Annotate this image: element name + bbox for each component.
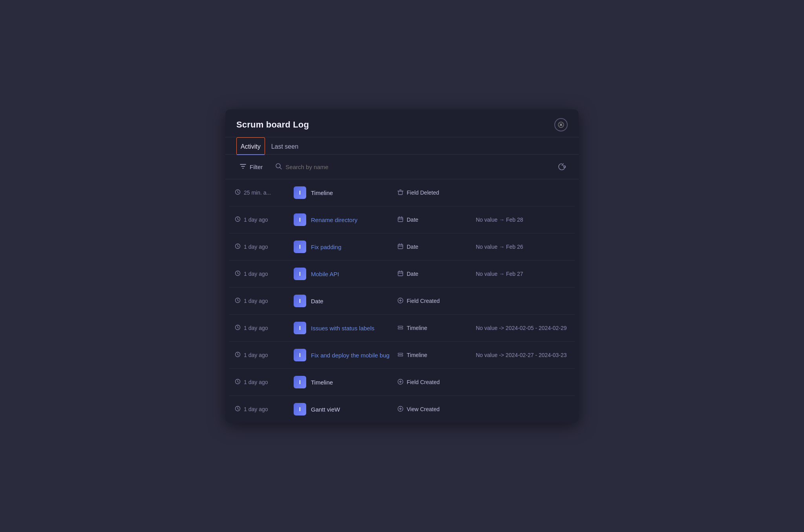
action-col: Field Deleted bbox=[397, 189, 476, 197]
plus-circle-icon bbox=[397, 379, 404, 386]
clock-icon bbox=[235, 270, 241, 277]
action-col: Date bbox=[397, 243, 476, 251]
tab-last-seen[interactable]: Last seen bbox=[267, 137, 302, 154]
item-name: Gantt vieW bbox=[311, 406, 397, 413]
avatar: I bbox=[294, 186, 306, 199]
time-label: 1 day ago bbox=[244, 298, 268, 304]
svg-rect-9 bbox=[398, 217, 403, 222]
svg-rect-17 bbox=[398, 326, 403, 327]
svg-rect-20 bbox=[398, 353, 403, 354]
action-label: Date bbox=[407, 217, 418, 223]
item-name: Timeline bbox=[311, 189, 397, 196]
clock-icon bbox=[235, 352, 241, 359]
action-label: Date bbox=[407, 271, 418, 277]
action-label: Field Created bbox=[407, 298, 440, 304]
scrum-board-log-modal: Scrum board Log Activity Last seen Filte… bbox=[225, 109, 579, 423]
avatar: I bbox=[294, 403, 306, 415]
time-col: 1 day ago bbox=[235, 297, 294, 304]
action-col: Field Created bbox=[397, 297, 476, 305]
time-label: 1 day ago bbox=[244, 325, 268, 331]
search-box[interactable] bbox=[275, 163, 546, 171]
clock-icon bbox=[235, 379, 241, 386]
time-label: 1 day ago bbox=[244, 271, 268, 277]
time-col: 1 day ago bbox=[235, 406, 294, 413]
time-label: 1 day ago bbox=[244, 406, 268, 412]
avatar: I bbox=[294, 322, 306, 334]
avatar: I bbox=[294, 376, 306, 388]
close-button[interactable] bbox=[554, 118, 568, 131]
clock-icon bbox=[235, 243, 241, 250]
time-label: 1 day ago bbox=[244, 244, 268, 250]
calendar-icon bbox=[397, 270, 404, 278]
calendar-icon bbox=[397, 216, 404, 224]
filter-label: Filter bbox=[250, 164, 263, 170]
svg-rect-18 bbox=[398, 328, 403, 329]
item-name[interactable]: Issues with status labels bbox=[311, 325, 397, 332]
action-label: View Created bbox=[407, 406, 440, 412]
activity-row: 1 day ago IFix and deploy the mobile bug… bbox=[229, 342, 575, 369]
refresh-button[interactable] bbox=[556, 161, 568, 173]
action-col: View Created bbox=[397, 406, 476, 413]
time-label: 1 day ago bbox=[244, 379, 268, 385]
item-name[interactable]: Mobile API bbox=[311, 271, 397, 277]
avatar: I bbox=[294, 349, 306, 361]
clock-icon bbox=[235, 406, 241, 413]
tab-bar: Activity Last seen bbox=[225, 137, 579, 155]
time-col: 1 day ago bbox=[235, 352, 294, 359]
svg-rect-21 bbox=[398, 355, 403, 356]
modal-title: Scrum board Log bbox=[236, 120, 309, 130]
clock-icon bbox=[235, 189, 241, 196]
time-col: 25 min. a... bbox=[235, 189, 294, 196]
activity-row: 1 day ago IRename directory Date No valu… bbox=[229, 206, 575, 233]
clock-icon bbox=[235, 324, 241, 332]
action-col: Date bbox=[397, 270, 476, 278]
filter-button[interactable]: Filter bbox=[236, 161, 266, 173]
activity-row: 1 day ago ITimeline Field Created bbox=[229, 369, 575, 396]
activity-row: 1 day ago IDate Field Created bbox=[229, 288, 575, 315]
plus-circle-icon bbox=[397, 297, 404, 305]
filter-icon bbox=[239, 163, 247, 171]
svg-rect-7 bbox=[398, 191, 402, 195]
timeline-icon bbox=[397, 324, 404, 332]
clock-icon bbox=[235, 297, 241, 304]
action-col: Date bbox=[397, 216, 476, 224]
avatar: I bbox=[294, 213, 306, 226]
activity-row: 1 day ago IMobile API Date No value → Fe… bbox=[229, 261, 575, 288]
activity-row: 1 day ago IFix padding Date No value → F… bbox=[229, 233, 575, 261]
action-label: Field Created bbox=[407, 379, 440, 385]
value-col: No value → Feb 28 bbox=[476, 217, 569, 223]
avatar: I bbox=[294, 295, 306, 307]
time-col: 1 day ago bbox=[235, 270, 294, 277]
item-name: Date bbox=[311, 298, 397, 304]
time-col: 1 day ago bbox=[235, 324, 294, 332]
svg-rect-13 bbox=[398, 271, 403, 276]
time-col: 1 day ago bbox=[235, 216, 294, 223]
time-col: 1 day ago bbox=[235, 379, 294, 386]
svg-line-4 bbox=[280, 167, 282, 169]
svg-point-5 bbox=[564, 166, 566, 168]
time-col: 1 day ago bbox=[235, 243, 294, 250]
toolbar: Filter bbox=[225, 155, 579, 179]
action-col: Timeline bbox=[397, 324, 476, 332]
search-input[interactable] bbox=[285, 164, 546, 170]
action-label: Date bbox=[407, 244, 418, 250]
action-label: Field Deleted bbox=[407, 189, 439, 196]
item-name[interactable]: Rename directory bbox=[311, 217, 397, 223]
action-label: Timeline bbox=[407, 352, 427, 358]
timeline-icon bbox=[397, 352, 404, 359]
activity-row: 25 min. a... ITimeline Field Deleted bbox=[229, 179, 575, 206]
plus-circle-icon bbox=[397, 406, 404, 413]
calendar-icon bbox=[397, 243, 404, 251]
modal-header: Scrum board Log bbox=[225, 109, 579, 137]
action-col: Timeline bbox=[397, 352, 476, 359]
tab-activity[interactable]: Activity bbox=[236, 137, 265, 154]
action-label: Timeline bbox=[407, 325, 427, 331]
item-name[interactable]: Fix padding bbox=[311, 244, 397, 250]
activity-row: 1 day ago IIssues with status labels Tim… bbox=[229, 315, 575, 342]
item-name: Timeline bbox=[311, 379, 397, 386]
value-col: No value -> 2024-02-27 - 2024-03-23 bbox=[476, 352, 569, 358]
activity-row: 1 day ago IGantt vieW View Created bbox=[229, 396, 575, 423]
item-name[interactable]: Fix and deploy the mobile bug bbox=[311, 352, 397, 359]
activity-list: 25 min. a... ITimeline Field Deleted 1 d… bbox=[225, 179, 579, 423]
value-col: No value → Feb 26 bbox=[476, 244, 569, 250]
